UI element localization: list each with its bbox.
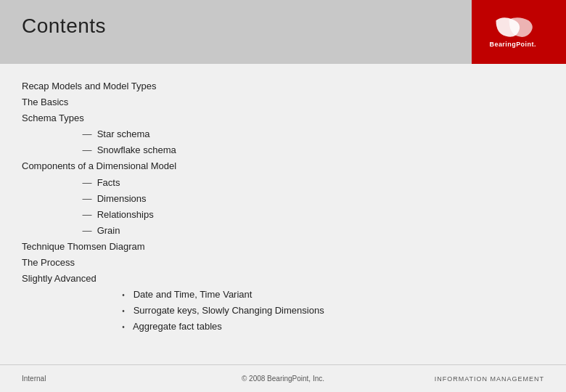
content-item-facts: — Facts (80, 175, 544, 191)
content-item-snowflake: — Snowflake schema (80, 142, 544, 158)
content-item-datetime: • Date and Time, Time Variant (116, 287, 544, 303)
item-text: Technique Thomsen Diagram (22, 241, 145, 252)
item-text: Slightly Advanced (22, 273, 97, 284)
item-text: Grain (97, 225, 120, 236)
dash-icon: — (80, 223, 94, 239)
content-item-grain: — Grain (80, 223, 544, 239)
dash-icon: — (80, 126, 94, 142)
item-text: Dimensions (97, 193, 147, 204)
content-item-slightly: Slightly Advanced (22, 271, 544, 287)
content-item-surrogate: • Surrogate keys, Slowly Changing Dimens… (116, 303, 544, 319)
item-text: The Basics (22, 97, 68, 107)
content-item-process: The Process (22, 255, 544, 271)
content-item-star: — Star schema (80, 126, 544, 142)
item-text: Snowflake schema (97, 144, 176, 155)
dash-icon: — (80, 207, 94, 223)
item-text: Schema Types (22, 113, 84, 123)
bullet-icon: • (116, 305, 131, 317)
footer-internal-label: Internal (22, 375, 196, 383)
content-item-aggregate: • Aggregate fact tables (116, 319, 544, 335)
content-item-components: Components of a Dimensional Model (22, 158, 544, 174)
bearingpoint-logo: BearingPoint. (486, 10, 551, 54)
item-text: Relationships (97, 209, 154, 220)
item-text: Components of a Dimensional Model (22, 160, 176, 171)
content-item-technique: Technique Thomsen Diagram (22, 239, 544, 255)
item-text: Star schema (97, 128, 150, 139)
content-item-dimensions: — Dimensions (80, 191, 544, 207)
item-text: The Process (22, 257, 75, 268)
content-item-recap: Recap Models and Model Types (22, 78, 544, 94)
bullet-icon: • (116, 321, 131, 333)
dash-icon: — (80, 191, 94, 207)
item-text: Facts (97, 177, 120, 188)
content-item-basics: The Basics (22, 94, 544, 110)
dash-icon: — (80, 175, 94, 191)
dash-icon: — (80, 142, 94, 158)
item-text: Aggregate fact tables (133, 321, 222, 332)
content-area: Recap Models and Model Types The Basics … (0, 64, 566, 363)
footer-info-management: INFORMATION MANAGEMENT (370, 375, 544, 383)
svg-text:BearingPoint.: BearingPoint. (490, 41, 536, 48)
page-title: Contents (22, 15, 106, 38)
item-text: Recap Models and Model Types (22, 81, 156, 91)
footer: Internal © 2008 BearingPoint, Inc. INFOR… (0, 364, 566, 392)
bullet-icon: • (116, 289, 131, 301)
content-item-schema: Schema Types (22, 110, 544, 126)
item-text: Date and Time, Time Variant (134, 289, 253, 300)
logo-area: BearingPoint. (472, 0, 566, 64)
footer-copyright: © 2008 BearingPoint, Inc. (196, 375, 370, 383)
content-item-relationships: — Relationships (80, 207, 544, 223)
item-text: Surrogate keys, Slowly Changing Dimensio… (134, 305, 324, 316)
